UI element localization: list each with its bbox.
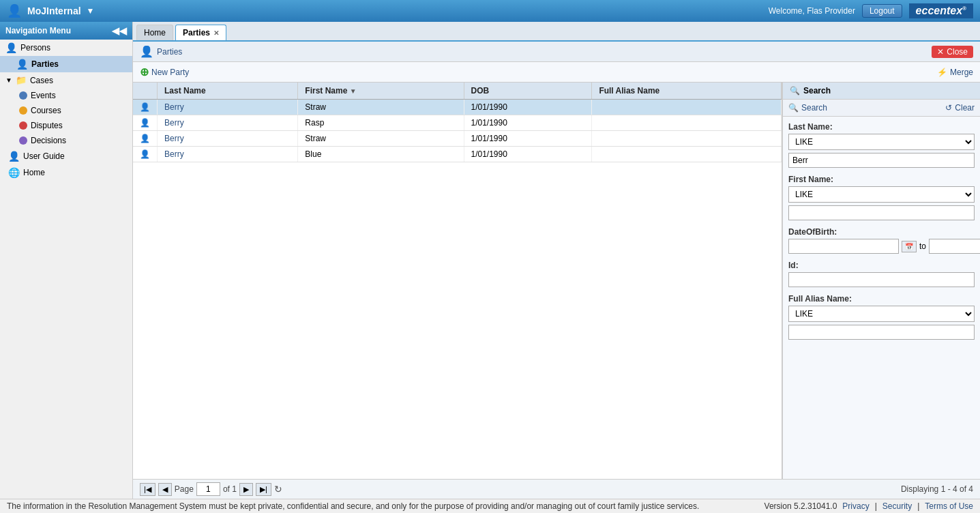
sidebar-item-userguide[interactable]: 👤 User Guide — [0, 148, 132, 164]
search-button[interactable]: 🔍 Search — [788, 103, 827, 113]
full-alias-field-group: Full Alias Name: LIKE EQUALS — [788, 294, 975, 340]
page-number-input[interactable] — [196, 482, 220, 496]
full-alias-input[interactable] — [788, 325, 975, 340]
row-dob: 1/01/1990 — [464, 100, 592, 115]
col-last-name[interactable]: Last Name — [158, 83, 298, 100]
close-icon: ✕ — [937, 47, 944, 57]
person-icon: 👤 — [5, 42, 17, 53]
last-name-label: Last Name: — [788, 122, 975, 132]
last-name-operator[interactable]: LIKE EQUALS STARTS WITH ENDS WITH — [788, 134, 975, 150]
dropdown-icon[interactable]: ▼ — [87, 6, 95, 16]
userguide-icon: 👤 — [8, 151, 20, 162]
sidebar-collapse-button[interactable]: ◀◀ — [112, 25, 127, 36]
first-name-label: First Name: — [788, 175, 975, 184]
next-page-button[interactable]: ▶ — [239, 483, 253, 496]
row-last-name-link[interactable]: Berry — [164, 102, 184, 112]
merge-label: Merge — [950, 68, 973, 77]
new-party-button[interactable]: ⊕ New Party — [140, 65, 189, 78]
refresh-icon: ↺ — [945, 103, 952, 113]
row-first-name: Straw — [298, 131, 464, 147]
dob-from-calendar-button[interactable]: 📅 — [902, 241, 917, 252]
row-dob: 1/01/1990 — [464, 147, 592, 162]
dob-to-input[interactable] — [929, 239, 980, 254]
dob-range: 📅 to 📅 — [788, 239, 975, 254]
clear-button-label: Clear — [955, 103, 975, 113]
merge-icon: ⚡ — [937, 68, 947, 77]
clear-button[interactable]: ↺ Clear — [945, 103, 975, 113]
row-last-name[interactable]: Berry — [158, 131, 298, 147]
app-title: MoJInternal — [27, 5, 81, 16]
privacy-link[interactable]: Privacy — [842, 501, 869, 511]
merge-button[interactable]: ⚡ Merge — [937, 68, 973, 77]
full-alias-operator[interactable]: LIKE EQUALS — [788, 306, 975, 322]
tab-parties-label: Parties — [183, 28, 210, 38]
row-last-name-link[interactable]: Berry — [164, 134, 184, 143]
page-header: 👤 Parties ✕ Close — [133, 42, 980, 62]
logout-button[interactable]: Logout — [862, 4, 902, 18]
last-name-input[interactable] — [788, 153, 975, 168]
last-page-button[interactable]: ▶| — [256, 483, 271, 496]
close-button[interactable]: ✕ Close — [932, 46, 973, 58]
eccentex-logo: eccentex® — [909, 3, 973, 18]
col-icon — [133, 83, 158, 100]
search-panel-icon: 🔍 — [790, 86, 800, 96]
security-link[interactable]: Security — [882, 501, 912, 511]
search-panel-toolbar: 🔍 Search ↺ Clear — [783, 100, 980, 117]
row-dob: 1/01/1990 — [464, 115, 592, 131]
row-last-name[interactable]: Berry — [158, 147, 298, 162]
displaying-text: Displaying 1 - 4 of 4 — [901, 484, 973, 494]
row-last-name[interactable]: Berry — [158, 100, 298, 115]
sidebar-item-courses[interactable]: Courses — [0, 103, 132, 118]
sidebar-item-home[interactable]: 🌐 Home — [0, 164, 132, 181]
tab-parties[interactable]: Parties ✕ — [175, 25, 226, 40]
full-alias-label: Full Alias Name: — [788, 294, 975, 304]
page-title: 👤 Parties — [140, 45, 182, 58]
sidebar-item-label-disputes: Disputes — [31, 121, 63, 130]
table-row[interactable]: 👤BerryBlue1/01/1990 — [133, 147, 782, 162]
dob-from-input[interactable] — [788, 239, 899, 254]
home-icon: 🌐 — [8, 167, 20, 178]
table-row[interactable]: 👤BerryStraw1/01/1990 — [133, 100, 782, 115]
first-name-operator[interactable]: LIKE EQUALS — [788, 186, 975, 203]
table-row[interactable]: 👤BerryRasp1/01/1990 — [133, 115, 782, 131]
tab-home-label: Home — [144, 28, 166, 38]
terms-link[interactable]: Terms of Use — [925, 501, 973, 511]
sidebar-item-events[interactable]: Events — [0, 88, 132, 103]
row-last-name-link[interactable]: Berry — [164, 118, 184, 128]
refresh-button[interactable]: ↻ — [274, 484, 282, 495]
first-name-input[interactable] — [788, 205, 975, 220]
row-person-icon: 👤 — [133, 131, 158, 147]
sidebar-header-label: Navigation Menu — [5, 26, 71, 35]
sidebar-item-label-persons: Persons — [20, 43, 50, 53]
sidebar-item-persons[interactable]: 👤 Persons — [0, 40, 132, 56]
sidebar-item-parties[interactable]: 👤 Parties — [0, 56, 132, 72]
row-person-icon: 👤 — [133, 100, 158, 115]
sort-arrow-first-name: ▼ — [350, 87, 357, 95]
sidebar-item-decisions[interactable]: Decisions — [0, 133, 132, 148]
plus-icon: ⊕ — [140, 65, 149, 78]
sidebar: Navigation Menu ◀◀ 👤 Persons 👤 Parties ▼… — [0, 22, 133, 499]
last-name-field-group: Last Name: LIKE EQUALS STARTS WITH ENDS … — [788, 122, 975, 168]
id-input[interactable] — [788, 272, 975, 287]
sidebar-item-label-courses: Courses — [31, 106, 61, 115]
sidebar-item-label-decisions: Decisions — [31, 136, 66, 145]
cases-expand-icon: ▼ — [5, 76, 12, 84]
table-row[interactable]: 👤BerryStraw1/01/1990 — [133, 131, 782, 147]
first-page-button[interactable]: |◀ — [140, 483, 155, 496]
col-first-name-label: First Name — [305, 86, 347, 96]
col-first-name[interactable]: First Name ▼ — [298, 83, 464, 100]
app-icon: 👤 — [7, 3, 22, 18]
prev-page-button[interactable]: ◀ — [158, 483, 172, 496]
row-last-name[interactable]: Berry — [158, 115, 298, 131]
sidebar-header: Navigation Menu ◀◀ — [0, 22, 132, 40]
search-button-label: Search — [801, 103, 827, 113]
sidebar-item-label-events: Events — [31, 91, 56, 100]
row-last-name-link[interactable]: Berry — [164, 149, 184, 159]
tab-home[interactable]: Home — [136, 25, 173, 40]
first-name-field-group: First Name: LIKE EQUALS — [788, 175, 975, 220]
tab-parties-close[interactable]: ✕ — [213, 29, 219, 37]
sidebar-item-disputes[interactable]: Disputes — [0, 118, 132, 133]
cases-folder-icon: 📁 — [16, 75, 27, 85]
toolbar: ⊕ New Party ⚡ Merge — [133, 62, 980, 83]
sidebar-item-cases[interactable]: ▼ 📁 Cases — [0, 72, 132, 88]
